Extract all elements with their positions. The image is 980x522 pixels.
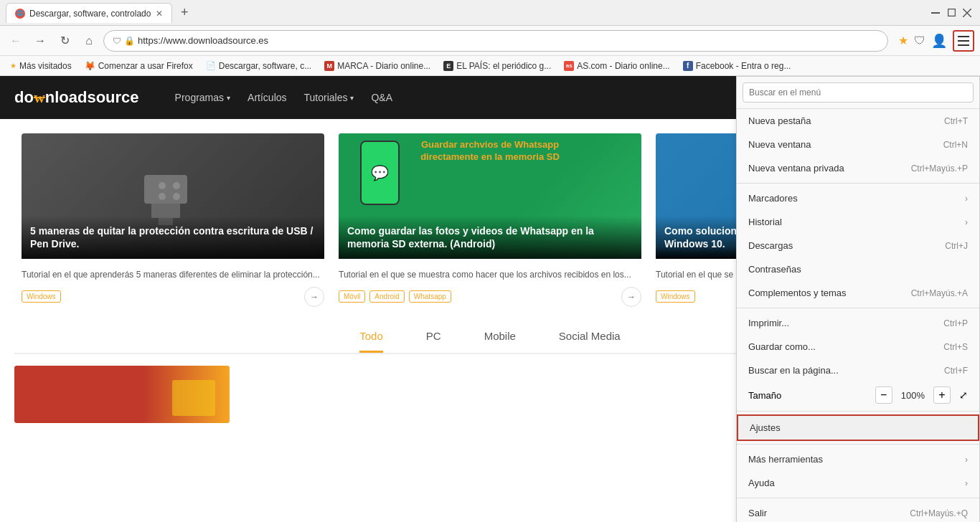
profile-icon[interactable]: 👤 <box>931 33 947 49</box>
nav-qa[interactable]: Q&A <box>371 92 392 103</box>
menu-item-descargas[interactable]: Descargas Ctrl+J <box>737 234 979 257</box>
tag-android[interactable]: Android <box>369 290 404 303</box>
address-bar[interactable]: 🛡 🔒 https://www.downloadsource.es <box>103 30 888 52</box>
article-desc-2: Tutorial en el que se muestra como hacer… <box>339 269 641 281</box>
bottom-card-1 <box>14 366 230 423</box>
article-image-2: 💬 Guardar archvios de Whatsapp directame… <box>339 133 641 259</box>
title-bar: 🌐 Descargar, software, controlado... ✕ + <box>0 0 980 26</box>
tab-favicon: 🌐 <box>15 9 25 19</box>
nav-qa-label: Q&A <box>371 92 392 103</box>
menu-item-historial[interactable]: Historial › <box>737 210 979 234</box>
refresh-button[interactable]: ↻ <box>55 31 75 51</box>
article-overlay-1: 5 maneras de quitar la protección contra… <box>22 216 324 259</box>
menu-item-ajustes[interactable]: Ajustes <box>737 414 979 441</box>
home-button[interactable]: ⌂ <box>79 31 99 51</box>
article-tags-2: Móvil Android Whatsapp → <box>339 287 641 307</box>
article-arrow-2[interactable]: → <box>621 287 641 307</box>
svg-point-13 <box>173 193 180 200</box>
logo-prefix: do <box>14 88 34 106</box>
tab-todo[interactable]: Todo <box>359 330 383 353</box>
tag-windows-3[interactable]: Windows <box>656 290 695 303</box>
tab-close-btn[interactable]: ✕ <box>156 9 163 19</box>
size-increase-button[interactable]: + <box>933 386 951 404</box>
nav-tutoriales[interactable]: Tutoriales ▾ <box>304 92 354 103</box>
article-arrow-1[interactable]: → <box>304 287 324 307</box>
menu-item-buscar-pagina[interactable]: Buscar en la página... Ctrl+F <box>737 359 979 382</box>
bookmark-label: Más visitados <box>19 61 72 71</box>
new-tab-button[interactable]: + <box>175 2 194 23</box>
svg-rect-7 <box>144 175 187 204</box>
menu-search-bar <box>737 77 979 109</box>
menu-item-nueva-pestana[interactable]: Nueva pestaña Ctrl+T <box>737 109 979 133</box>
menu-separator-1 <box>737 183 979 184</box>
forward-button[interactable]: → <box>30 31 50 51</box>
site-logo: downloadsource <box>14 88 139 107</box>
tag-windows-1[interactable]: Windows <box>22 290 61 303</box>
nav-articulos-label: Artículos <box>248 92 286 103</box>
logo-highlight: w <box>34 88 45 106</box>
bookmark-label: AS.com - Diario online... <box>577 61 669 71</box>
article-body-1: Tutorial en el que aprenderás 5 maneras … <box>22 259 324 311</box>
nav-articulos[interactable]: Artículos <box>248 92 286 103</box>
menu-item-complementos[interactable]: Complementos y temas Ctrl+Mayús.+A <box>737 281 979 305</box>
menu-item-ayuda[interactable]: Ayuda › <box>737 471 979 495</box>
menu-separator-3 <box>737 411 979 412</box>
size-decrease-button[interactable]: − <box>875 386 892 404</box>
bookmark-marca[interactable]: M MARCA - Diario online... <box>320 60 435 72</box>
nav-programas[interactable]: Programas ▾ <box>175 92 230 103</box>
tab-pc[interactable]: PC <box>426 330 441 353</box>
menu-item-contrasenas[interactable]: Contraseñas <box>737 257 979 281</box>
menu-item-imprimir[interactable]: Imprimir... Ctrl+P <box>737 311 979 335</box>
menu-item-salir[interactable]: Salir Ctrl+Mayús.+Q <box>737 501 979 522</box>
bookmark-as[interactable]: as AS.com - Diario online... <box>560 60 674 72</box>
article-overlay-2: Como guardar las fotos y videos de Whats… <box>339 216 641 259</box>
bookmark-marca-icon: M <box>324 61 334 71</box>
close-window-button[interactable] <box>960 6 974 20</box>
bookmark-star-icon[interactable]: ★ <box>898 34 908 47</box>
back-button[interactable]: ← <box>6 31 26 51</box>
article-body-2: Tutorial en el que se muestra como hacer… <box>339 259 641 311</box>
size-expand-icon[interactable]: ⤢ <box>959 389 968 401</box>
bookmark-firefox-icon: 🦊 <box>85 61 95 71</box>
bookmark-facebook[interactable]: f Facebook - Entra o reg... <box>679 60 796 72</box>
menu-item-guardar-como[interactable]: Guardar como... Ctrl+S <box>737 335 979 359</box>
article-image-1: 5 maneras de quitar la protección contra… <box>22 133 324 259</box>
svg-rect-5 <box>958 40 969 42</box>
shield-icon[interactable]: 🛡 <box>914 34 925 47</box>
address-text: https://www.downloadsource.es <box>138 35 268 46</box>
menu-item-tamano: Tamaño − 100% + ⤢ <box>737 382 979 408</box>
tab-social[interactable]: Social Media <box>559 330 621 353</box>
bookmarks-bar: ★ Más visitados 🦊 Comenzar a usar Firefo… <box>0 56 980 76</box>
tag-whatsapp[interactable]: Whatsapp <box>409 290 451 303</box>
menu-search-input[interactable] <box>743 82 974 103</box>
svg-rect-6 <box>958 44 969 46</box>
maximize-button[interactable] <box>944 6 958 20</box>
bookmark-elpais[interactable]: E EL PAÍS: el periódico g... <box>439 60 555 72</box>
bookmark-label: Comenzar a usar Firefox <box>98 61 193 71</box>
bookmark-label: Descargar, software, c... <box>219 61 311 71</box>
svg-point-10 <box>159 182 166 189</box>
bookmark-firefox[interactable]: 🦊 Comenzar a usar Firefox <box>80 60 197 72</box>
article-card-1: 5 maneras de quitar la protección contra… <box>22 133 324 311</box>
bookmark-descargar[interactable]: 📄 Descargar, software, c... <box>202 60 316 72</box>
tag-movil[interactable]: Móvil <box>339 290 365 303</box>
nav-icons: ★ 🛡 👤 <box>898 30 974 52</box>
svg-rect-1 <box>948 9 955 16</box>
content-area: downloadsource Programas ▾ Artículos Tut… <box>0 76 980 522</box>
menu-separator-2 <box>737 308 979 308</box>
menu-item-ventana-privada[interactable]: Nueva ventana privada Ctrl+Mayús.+P <box>737 156 979 180</box>
hamburger-menu-button[interactable] <box>953 30 974 52</box>
bookmark-descargar-icon: 📄 <box>206 61 216 70</box>
menu-item-marcadores[interactable]: Marcadores › <box>737 186 979 210</box>
bookmark-icon: ★ <box>10 62 17 70</box>
menu-item-nueva-ventana[interactable]: Nueva ventana Ctrl+N <box>737 133 979 156</box>
browser-tab[interactable]: 🌐 Descargar, software, controlado... ✕ <box>6 3 172 23</box>
menu-item-mas-herramientas[interactable]: Más herramientas › <box>737 447 979 471</box>
bookmark-mas-visitados[interactable]: ★ Más visitados <box>6 60 76 72</box>
dropdown-menu: Nueva pestaña Ctrl+T Nueva ventana Ctrl+… <box>736 76 980 522</box>
window-controls <box>928 6 974 20</box>
minimize-button[interactable] <box>928 6 943 20</box>
address-lock-icon: 🔒 <box>124 36 135 46</box>
size-value: 100% <box>901 390 925 401</box>
tab-mobile[interactable]: Mobile <box>484 330 516 353</box>
